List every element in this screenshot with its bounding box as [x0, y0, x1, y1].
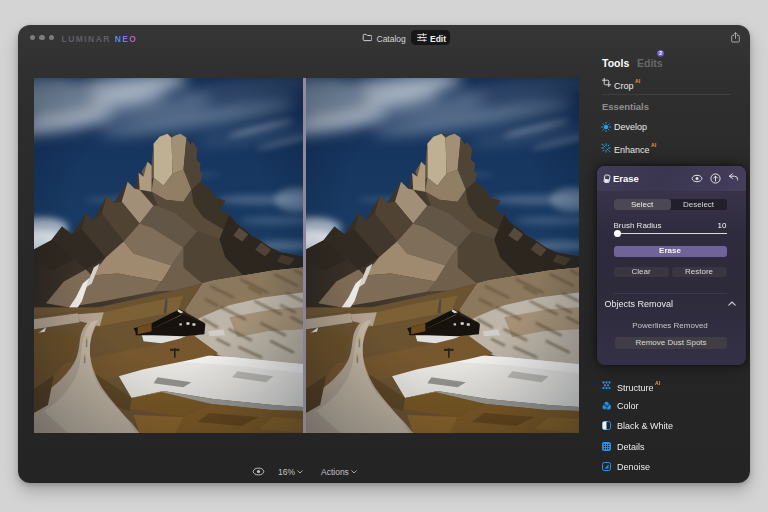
svg-text:2: 2 — [659, 51, 662, 56]
